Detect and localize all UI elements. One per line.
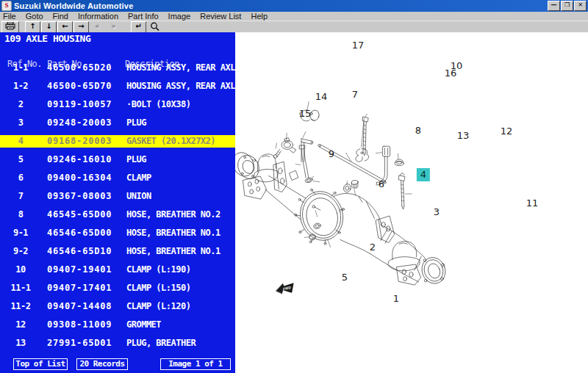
restore-button[interactable]: ❒: [561, 1, 573, 11]
status-image-count: Image 1 of 1: [160, 358, 231, 370]
description: CLAMP (L:150): [126, 282, 190, 294]
callout-4[interactable]: 4: [417, 168, 430, 181]
part-row-5[interactable]: 509246-16010PLUG: [0, 153, 235, 166]
status-record-count: 20 Records: [76, 358, 128, 370]
callout-13[interactable]: 13: [457, 131, 470, 141]
menu-bar: FileGotoFindInformationPart InfoImageRev…: [0, 12, 588, 21]
callout-2[interactable]: 2: [370, 242, 376, 253]
description: HOUSING ASSY, REAR AXLE: [126, 80, 235, 93]
callout-7[interactable]: 7: [352, 90, 358, 100]
part-no: 09248-20003: [47, 117, 112, 129]
callout-14[interactable]: 14: [315, 92, 328, 102]
callout-6[interactable]: 6: [379, 179, 384, 189]
up-button[interactable]: ↑: [25, 21, 40, 33]
ref-no: 6: [0, 172, 41, 184]
parts-list-panel: 109 AXLE HOUSING Ref.No. Part No. Descri…: [0, 32, 235, 373]
part-no: 46546-65D00: [47, 227, 112, 239]
callout-15[interactable]: 15: [299, 109, 312, 119]
part-row-9-1[interactable]: 9-146546-65D00HOSE, BREATHER NO.1: [0, 227, 235, 239]
callout-17[interactable]: 17: [352, 40, 365, 51]
menu-item-review-list[interactable]: Review List: [200, 12, 241, 21]
part-row-4[interactable]: 409168-20003GASKET (20.1X27X2): [0, 135, 235, 148]
part-no: 09119-10057: [47, 98, 112, 111]
part-no: 46500-65D20: [47, 62, 112, 74]
part-no: 09407-17401: [47, 282, 112, 294]
part-no: 09400-16304: [47, 172, 112, 184]
part-row-2[interactable]: 209119-10057·BOLT (10X38): [0, 98, 235, 111]
callout-8[interactable]: 8: [415, 126, 421, 136]
description: ·BOLT (10X38): [126, 98, 190, 111]
description: CLAMP (L:120): [126, 300, 190, 313]
description: GASKET (20.1X27X2): [126, 135, 215, 148]
description: HOSE, BREATHER NO.1: [126, 227, 220, 239]
callout-10[interactable]: 10: [451, 61, 463, 71]
callout-3[interactable]: 3: [434, 207, 440, 217]
part-no: 09246-16010: [47, 153, 112, 166]
part-no: 09407-14408: [47, 300, 112, 313]
prev-group-button[interactable]: «: [90, 21, 105, 33]
menu-item-part-info[interactable]: Part Info: [128, 12, 159, 21]
down-button[interactable]: ↓: [41, 21, 57, 33]
callout-11[interactable]: 11: [526, 198, 539, 209]
part-row-11-2[interactable]: 11-209407-14408CLAMP (L:120): [0, 300, 235, 313]
description: HOSE, BREATHER NO.1: [126, 245, 220, 258]
part-no: 46545-65D00: [47, 209, 112, 221]
ref-no: 11-1: [0, 282, 41, 294]
printer-icon: [5, 22, 15, 30]
ref-no: 9-2: [0, 245, 41, 258]
part-row-13[interactable]: 1327991-65D01PLUG, BREATHER: [0, 337, 235, 350]
description: PLUG: [126, 153, 146, 166]
part-no: 09407-19401: [47, 264, 112, 276]
ref-no: 11-2: [0, 300, 41, 313]
menu-item-file[interactable]: File: [3, 12, 16, 21]
description: HOUSING ASSY, REAR AXLE: [126, 62, 235, 74]
part-row-11-1[interactable]: 11-109407-17401CLAMP (L:150): [0, 282, 235, 294]
minimize-button[interactable]: —: [548, 1, 560, 11]
next-group-button[interactable]: »: [106, 21, 121, 33]
part-no: 46500-65D70: [47, 80, 112, 93]
magnifier-icon: [150, 22, 159, 31]
part-row-1-2[interactable]: 1-246500-65D70HOUSING ASSY, REAR AXLE: [0, 80, 235, 93]
parts-diagram[interactable]: FWD 1716101471581312964113251: [235, 32, 588, 373]
description: CLAMP (L:190): [126, 264, 190, 276]
part-row-10[interactable]: 1009407-19401CLAMP (L:190): [0, 264, 235, 276]
menu-item-find[interactable]: Find: [53, 12, 68, 21]
ref-no: 9-1: [0, 227, 41, 239]
part-row-1-1[interactable]: 1-146500-65D20HOUSING ASSY, REAR AXLE: [0, 62, 235, 74]
menu-item-goto[interactable]: Goto: [26, 12, 43, 21]
callout-9[interactable]: 9: [329, 149, 334, 159]
right-button[interactable]: →: [74, 21, 89, 33]
callout-1[interactable]: 1: [393, 294, 399, 304]
ref-no: 12: [0, 319, 41, 331]
ref-no: 2: [0, 98, 41, 111]
part-row-3[interactable]: 309248-20003PLUG: [0, 117, 235, 129]
part-row-8[interactable]: 846545-65D00HOSE, BREATHER NO.2: [0, 209, 235, 221]
part-row-9-2[interactable]: 9-246546-65D10HOSE, BREATHER NO.1: [0, 245, 235, 258]
ref-no: 1-1: [0, 62, 41, 74]
description: UNION: [126, 190, 151, 203]
ref-no: 1-2: [0, 80, 41, 93]
callout-5[interactable]: 5: [342, 272, 348, 283]
zoom-button[interactable]: [147, 21, 162, 33]
menu-item-information[interactable]: Information: [78, 12, 118, 21]
part-row-7[interactable]: 709367-08003UNION: [0, 190, 235, 203]
menu-item-help[interactable]: Help: [251, 12, 268, 21]
ref-no: 5: [0, 153, 41, 166]
part-row-6[interactable]: 609400-16304CLAMP: [0, 172, 235, 184]
menu-item-image[interactable]: Image: [168, 12, 191, 21]
part-no: 09308-11009: [47, 319, 112, 331]
part-row-12[interactable]: 1209308-11009GROMMET: [0, 319, 235, 331]
ref-no: 8: [0, 209, 41, 221]
print-button[interactable]: [1, 21, 19, 33]
left-button[interactable]: ←: [57, 21, 73, 33]
close-button[interactable]: ✕: [574, 1, 587, 11]
description: GROMMET: [126, 319, 161, 331]
ref-no: 7: [0, 190, 41, 203]
ref-no: 3: [0, 117, 41, 129]
toolbar: ↑ ↓ ← → « » ↵: [0, 21, 588, 33]
section-title: 109 AXLE HOUSING: [0, 32, 235, 45]
part-no: 09168-20003: [47, 135, 112, 148]
app-logo-icon: S: [1, 1, 12, 11]
enter-button[interactable]: ↵: [131, 21, 146, 33]
callout-12[interactable]: 12: [501, 126, 513, 137]
